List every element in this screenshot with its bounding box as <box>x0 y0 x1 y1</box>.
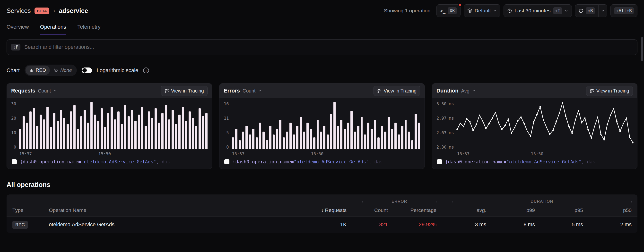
chart-bar <box>165 105 167 149</box>
cell-operation-name[interactable]: oteldemo.AdService GetAds <box>49 222 302 228</box>
refresh-options-button[interactable] <box>598 4 607 17</box>
errors-metric-select[interactable]: Errors Count <box>224 88 262 94</box>
environment-select-button[interactable]: Default <box>464 4 500 17</box>
chart-bar <box>141 107 144 150</box>
duration-metric-select[interactable]: Duration Avg <box>436 88 476 94</box>
chevron-down-icon <box>258 89 262 92</box>
chart-wrap: 3.30 ms2.97 ms2.63 ms2.30 ms 15:3715:50 <box>436 102 633 149</box>
y-axis-label: 5 <box>226 131 229 135</box>
legend-text[interactable]: {dash0.operation.name="oteldemo.AdServic… <box>445 159 598 164</box>
y-axis-label: 0 <box>226 145 229 149</box>
view-in-tracing-button[interactable]: View in Tracing <box>586 86 633 96</box>
chart-bar <box>303 132 305 149</box>
chart-bar <box>19 129 22 150</box>
chevron-down-icon <box>564 9 568 13</box>
header-error-percentage[interactable]: Percentage <box>388 207 436 213</box>
chart-bar <box>334 102 336 149</box>
chart-bar <box>408 132 410 149</box>
header-duration-p99[interactable]: p99 <box>486 207 535 213</box>
chart-bar <box>182 107 184 150</box>
breadcrumb-services[interactable]: Services <box>6 7 31 14</box>
search-input[interactable] <box>24 44 633 50</box>
legend-text[interactable]: {dash0.operation.name="oteldemo.AdServic… <box>232 159 386 164</box>
beta-badge: BETA <box>34 7 49 14</box>
operations-table: ERROR DURATION Type Operation Name ↓ Req… <box>6 195 638 233</box>
cell-p50: 2 ms <box>583 222 632 228</box>
chart-bar <box>161 113 164 149</box>
log-scale-toggle[interactable] <box>82 67 92 73</box>
cell-requests: 1K <box>302 222 346 228</box>
x-axis-label: 15:37 <box>232 152 244 156</box>
header-duration-p50[interactable]: p50 <box>583 207 632 213</box>
legend-checkbox[interactable] <box>437 159 442 164</box>
errors-chart-area: 161150 15:3715:50 {dash0.operation.name=… <box>220 98 424 169</box>
chart-bar <box>158 123 160 150</box>
auto-refresh-button[interactable]: ⇧Alt+R <box>610 4 638 17</box>
requests-metric-select[interactable]: Requests Count <box>11 88 57 94</box>
card-title: Errors <box>224 88 240 94</box>
cell-p99: 8 ms <box>486 222 535 228</box>
series-legend: {dash0.operation.name="oteldemo.AdServic… <box>11 159 208 166</box>
chart-bar <box>418 123 420 149</box>
time-range-kbd: ⇧T <box>553 7 562 14</box>
chart-bar <box>388 117 390 149</box>
legend-text[interactable]: {dash0.operation.name="oteldemo.AdServic… <box>20 159 173 164</box>
info-icon[interactable]: i <box>143 67 149 73</box>
chart-bar <box>300 117 302 149</box>
tab-overview[interactable]: Overview <box>6 24 29 34</box>
environment-label: Default <box>474 8 491 13</box>
chart-bar <box>22 116 25 150</box>
legend-checkbox[interactable] <box>224 159 230 164</box>
command-palette-button[interactable]: >_ ⌘K <box>436 4 460 17</box>
card-metric: Avg <box>461 88 469 94</box>
chart-mode-red-option[interactable]: RED <box>26 65 50 75</box>
chart-bar <box>401 126 404 150</box>
time-range-button[interactable]: Last 30 minutes ⇧T <box>504 4 572 17</box>
tab-telemetry[interactable]: Telemetry <box>77 24 100 34</box>
header-type[interactable]: Type <box>12 207 49 213</box>
y-axis-label: 2.97 ms <box>436 116 454 120</box>
bracket-line <box>410 201 436 203</box>
header-duration-avg[interactable]: avg. <box>436 207 486 213</box>
errors-bar-chart: 15:3715:50 <box>232 102 420 149</box>
view-in-tracing-button[interactable]: View in Tracing <box>374 86 420 96</box>
legend-value: "oteldemo.AdService GetAds" <box>294 159 369 164</box>
tab-operations[interactable]: Operations <box>40 24 66 34</box>
header-error-count[interactable]: Count <box>346 207 388 213</box>
bracket-line <box>556 201 632 203</box>
chart-bar <box>202 116 204 150</box>
log-scale-label: Logarithmic scale <box>97 67 138 74</box>
view-in-tracing-label: View in Tracing <box>384 88 416 94</box>
header-operation-name[interactable]: Operation Name <box>49 207 302 213</box>
y-axis-label: 16 <box>224 102 229 106</box>
view-in-tracing-button[interactable]: View in Tracing <box>161 86 208 96</box>
y-axis-label: 30 <box>11 102 16 106</box>
refresh-button[interactable]: ⇧R <box>575 4 598 17</box>
chart-bar <box>320 132 322 149</box>
search-bar[interactable]: ⇧F <box>6 39 638 55</box>
requests-card-header: Requests Count View in Tracing <box>7 83 212 98</box>
chart-bar <box>252 129 254 149</box>
chevron-down-icon <box>472 89 476 92</box>
error-column-group: ERROR <box>362 199 436 204</box>
chart-bar <box>50 127 52 149</box>
header-duration-p95[interactable]: p95 <box>535 207 583 213</box>
scrollbar-thumb[interactable] <box>641 37 643 61</box>
header-requests-sorted[interactable]: ↓ Requests <box>302 207 346 213</box>
chart-bar <box>347 123 349 149</box>
chart-bar <box>185 121 187 149</box>
chart-bar <box>205 113 208 149</box>
legend-checkbox[interactable] <box>12 159 17 164</box>
chart-bar <box>121 124 123 149</box>
time-range-label: Last 30 minutes <box>514 8 550 13</box>
chart-mode-none-option[interactable]: None <box>50 65 76 75</box>
rpc-badge: RPC <box>12 221 28 229</box>
cell-error-count: 321 <box>346 222 388 228</box>
chart-wrap: 161150 15:3715:50 <box>224 102 420 149</box>
y-axis-label: 0 <box>14 145 16 149</box>
bars-container <box>232 102 420 149</box>
chart-bar <box>337 126 339 150</box>
table-row[interactable]: RPC oteldemo.AdService GetAds 1K 321 29.… <box>6 216 638 233</box>
y-axis-label: 20 <box>11 116 16 120</box>
chart-bar <box>30 111 32 149</box>
